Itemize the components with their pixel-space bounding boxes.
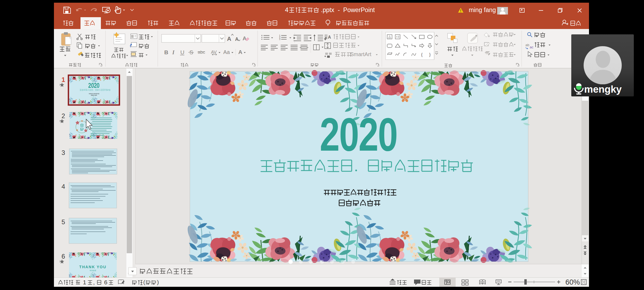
svg-text:Aa: Aa: [223, 49, 230, 55]
svg-text:): ): [157, 279, 159, 285]
svg-text:A: A: [243, 35, 246, 41]
svg-text:abc: abc: [198, 50, 205, 55]
svg-text:mengky: mengky: [584, 84, 622, 95]
svg-text:4: 4: [285, 6, 288, 13]
svg-text:4: 4: [61, 183, 65, 190]
svg-text:A: A: [235, 37, 239, 42]
svg-text:6: 6: [61, 253, 65, 260]
svg-text:.pptx - PowerPoint: .pptx - PowerPoint: [321, 6, 375, 13]
svg-text:THANK YOU: THANK YOU: [79, 265, 106, 269]
svg-text:A: A: [328, 35, 331, 39]
svg-text:1: 1: [83, 279, 86, 286]
svg-text:ming fang: ming fang: [469, 6, 496, 13]
svg-text:}: }: [429, 52, 431, 57]
svg-text:1: 1: [61, 76, 65, 83]
svg-text:{: {: [421, 52, 423, 57]
svg-text:3: 3: [61, 149, 65, 156]
svg-text:2: 2: [61, 112, 65, 119]
svg-text:60%: 60%: [565, 278, 580, 286]
svg-text:ab: ab: [525, 43, 529, 47]
svg-text:,: ,: [93, 279, 95, 286]
svg-text:I: I: [172, 49, 175, 56]
svg-text:A: A: [396, 35, 398, 38]
svg-text:B: B: [164, 49, 168, 55]
svg-text:5: 5: [61, 218, 65, 226]
svg-text:6: 6: [104, 279, 107, 286]
svg-text:(: (: [143, 279, 145, 285]
svg-text:A: A: [389, 35, 390, 38]
svg-text:A: A: [238, 49, 242, 55]
svg-text:ac: ac: [530, 45, 533, 49]
svg-text:3: 3: [279, 38, 280, 41]
svg-text:U: U: [180, 49, 184, 55]
svg-text:SmartArt: SmartArt: [350, 51, 371, 57]
svg-text:A: A: [227, 35, 231, 42]
